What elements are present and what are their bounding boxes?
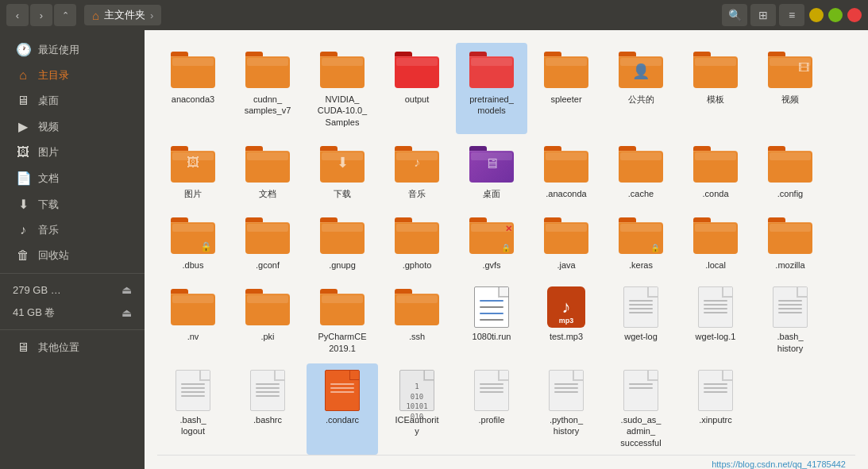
sidebar-label-desktop: 桌面 (38, 94, 59, 108)
folder-icon-music: ♪ (394, 144, 440, 185)
file-icon-profile (469, 370, 515, 411)
file-item-anaconda-dot[interactable]: .anaconda (530, 137, 602, 206)
folder-icon-nvidia (319, 49, 365, 90)
file-name-spleeter: spleeter (550, 94, 581, 105)
file-icon-testmp3: ♪ mp3 (543, 286, 589, 328)
folder-icon-gnupg (319, 215, 365, 256)
file-item-dbus[interactable]: 🔒 .dbus (157, 209, 229, 277)
lock3-overlay-icon: 🔒 (650, 244, 660, 252)
file-name-profile: .profile (478, 414, 504, 425)
file-item-bash-logout[interactable]: .bash_logout (157, 363, 229, 455)
file-item-mozilla[interactable]: .mozilla (754, 209, 826, 277)
file-item-keras[interactable]: 🔒 .keras (605, 209, 677, 277)
eject-drive2-button[interactable]: ⏏ (122, 306, 132, 319)
sidebar-item-trash[interactable]: 🗑 回收站 (3, 244, 141, 267)
statusbar-link[interactable]: https://blog.csdn.net/qq_41785442 (712, 459, 846, 469)
file-item-xinputrc[interactable]: .xinputrc (680, 363, 751, 455)
sidebar-item-photo[interactable]: 🖼 图片 (3, 140, 141, 164)
file-item-ssh[interactable]: .ssh (381, 280, 453, 360)
file-item-testmp3[interactable]: ♪ mp3 test.mp3 (530, 280, 602, 360)
file-item-nvidia[interactable]: NVIDIA_CUDA-10.0_Samples (307, 43, 378, 134)
search-button[interactable]: 🔍 (722, 4, 747, 26)
music-overlay-icon: ♪ (414, 156, 420, 170)
statusbar: https://blog.csdn.net/qq_41785442 (157, 455, 855, 469)
file-item-template[interactable]: 模板 (680, 43, 751, 134)
file-name-condarc: .condarc (326, 414, 359, 425)
folder-icon-download: ⬇ (319, 144, 365, 185)
file-name-python-history: .python_history (550, 414, 583, 437)
eject-drive1-button[interactable]: ⏏ (122, 283, 132, 296)
file-item-condarc[interactable]: .condarc (307, 363, 378, 455)
file-item-video-folder[interactable]: 🎞 视频 (754, 43, 826, 134)
file-item-public[interactable]: 👤 公共的 (605, 43, 677, 134)
file-name-output: output (405, 94, 430, 105)
file-item-pretrained[interactable]: pretrained_models (456, 43, 527, 134)
file-item-cache[interactable]: .cache (605, 137, 677, 206)
download-icon: ⬇ (16, 197, 30, 212)
file-item-1080ti[interactable]: 1080ti.run (456, 280, 527, 360)
file-item-config[interactable]: .config (754, 137, 826, 206)
file-item-desktop-folder[interactable]: 🖥 桌面 (456, 137, 527, 206)
file-name-bash-logout: .bash_logout (179, 414, 206, 437)
file-item-gphoto[interactable]: .gphoto (381, 209, 453, 277)
file-item-sudo-admin[interactable]: .sudo_as_admin_successful (605, 363, 677, 455)
other-icon: 🖥 (16, 340, 30, 355)
up-button[interactable]: ⌃ (54, 4, 76, 26)
folder-icon-java (543, 215, 589, 256)
download-overlay-icon: ⬇ (337, 154, 349, 171)
file-item-profile[interactable]: .profile (456, 363, 527, 455)
sidebar-drive1[interactable]: 279 GB … ⏏ (0, 279, 145, 301)
file-item-music-folder[interactable]: ♪ 音乐 (381, 137, 453, 206)
file-item-pki[interactable]: .pki (232, 280, 303, 360)
sidebar-item-video[interactable]: ▶ 视频 (3, 114, 141, 139)
folder-icon-conda (692, 144, 739, 185)
sidebar-item-recent[interactable]: 🕐 最近使用 (3, 37, 141, 62)
minimize-button[interactable] (809, 8, 824, 22)
file-item-conda[interactable]: .conda (680, 137, 751, 206)
forward-button[interactable]: › (30, 4, 52, 26)
sidebar-item-other[interactable]: 🖥 其他位置 (3, 336, 141, 359)
breadcrumb[interactable]: ⌂ 主文件夹 › (84, 5, 161, 25)
sidebar-item-music[interactable]: ♪ 音乐 (3, 218, 141, 242)
video-icon: ▶ (16, 119, 30, 134)
file-item-bash-history[interactable]: .bash_history (754, 280, 826, 360)
file-name-config: .config (777, 188, 803, 199)
sidebar-item-doc[interactable]: 📄 文档 (3, 166, 141, 190)
file-item-gconf[interactable]: .gconf (232, 209, 303, 277)
sidebar-item-desktop[interactable]: 🖥 桌面 (3, 89, 141, 113)
sidebar-item-download[interactable]: ⬇ 下载 (3, 192, 141, 217)
file-item-download-folder[interactable]: ⬇ 下载 (307, 137, 378, 206)
file-item-java[interactable]: .java (530, 209, 602, 277)
file-name-pretrained: pretrained_models (469, 94, 514, 117)
sidebar-item-home[interactable]: ⌂ 主目录 (3, 63, 141, 87)
file-name-1080ti: 1080ti.run (473, 331, 511, 342)
file-item-wgetlog[interactable]: wget-log (605, 280, 677, 360)
file-item-gnupg[interactable]: .gnupg (307, 209, 378, 277)
sidebar: 🕐 最近使用 ⌂ 主目录 🖥 桌面 ▶ 视频 🖼 图片 📄 文档 ⬇ 下载 ♪ (0, 30, 145, 469)
file-item-nv[interactable]: .nv (157, 280, 229, 360)
file-item-anaconda3[interactable]: anaconda3 (157, 43, 229, 134)
file-name-conda: .conda (702, 188, 728, 199)
file-item-local[interactable]: .local (680, 209, 751, 277)
view-button[interactable]: ⊞ (750, 4, 776, 26)
close-button[interactable] (847, 8, 862, 22)
sidebar-drive2[interactable]: 41 GB 卷 ⏏ (0, 301, 145, 325)
file-item-iceauthority[interactable]: 101010101010 ICEauthority (381, 363, 453, 455)
file-item-pycharmce[interactable]: PyCharmCE2019.1 (307, 280, 378, 360)
folder-icon-gphoto (394, 215, 440, 256)
menu-button[interactable]: ≡ (779, 4, 804, 26)
maximize-button[interactable] (828, 8, 843, 22)
file-item-output[interactable]: output (381, 43, 453, 134)
file-item-cudnn[interactable]: cudnn_samples_v7 (232, 43, 303, 134)
file-item-bashrc[interactable]: .bashrc (232, 363, 303, 455)
photo-icon: 🖼 (16, 145, 30, 160)
file-item-gvfs[interactable]: ✕ 🔒 .gvfs (456, 209, 527, 277)
file-item-picture[interactable]: 🖼 图片 (157, 137, 229, 206)
desktop-icon: 🖥 (16, 94, 30, 108)
back-button[interactable]: ‹ (6, 4, 29, 26)
file-item-wgetlog1[interactable]: wget-log.1 (680, 280, 751, 360)
file-item-python-history[interactable]: .python_history (530, 363, 602, 455)
folder-icon-keras: 🔒 (618, 215, 664, 256)
file-item-spleeter[interactable]: spleeter (530, 43, 602, 134)
file-item-document[interactable]: 文档 (232, 137, 303, 206)
